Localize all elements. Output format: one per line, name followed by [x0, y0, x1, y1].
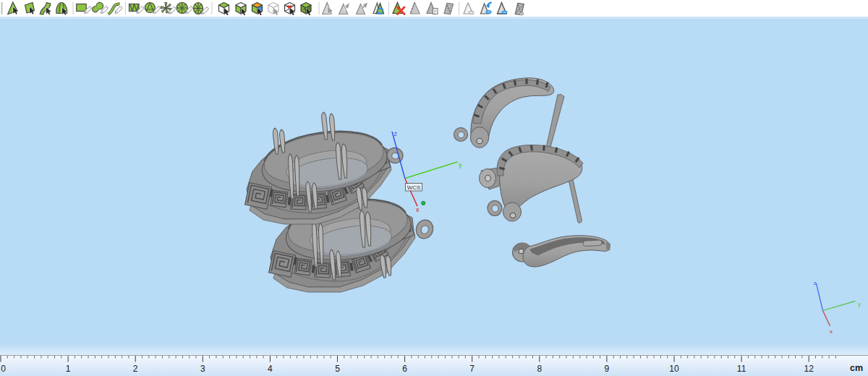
- svg-text:11: 11: [737, 364, 746, 374]
- svg-text:7: 7: [469, 364, 475, 374]
- svg-text:cm: cm: [850, 363, 863, 373]
- svg-text:0: 0: [1, 364, 6, 374]
- svg-text:4: 4: [268, 364, 273, 374]
- svg-text:6: 6: [402, 364, 407, 374]
- svg-text:WCS: WCS: [407, 184, 421, 191]
- svg-text:x: x: [830, 328, 833, 335]
- svg-text:1: 1: [66, 364, 71, 374]
- svg-text:12: 12: [804, 364, 814, 374]
- svg-text:z: z: [394, 130, 398, 137]
- svg-text:y: y: [459, 161, 462, 168]
- svg-text:8: 8: [537, 364, 542, 374]
- svg-text:5: 5: [335, 364, 340, 374]
- svg-text:9: 9: [605, 364, 610, 374]
- svg-text:10: 10: [669, 364, 679, 374]
- svg-text:y: y: [858, 301, 861, 307]
- svg-text:3: 3: [200, 364, 205, 374]
- svg-text:z: z: [814, 280, 817, 286]
- svg-text:x: x: [416, 206, 420, 213]
- svg-text:2: 2: [133, 364, 138, 374]
